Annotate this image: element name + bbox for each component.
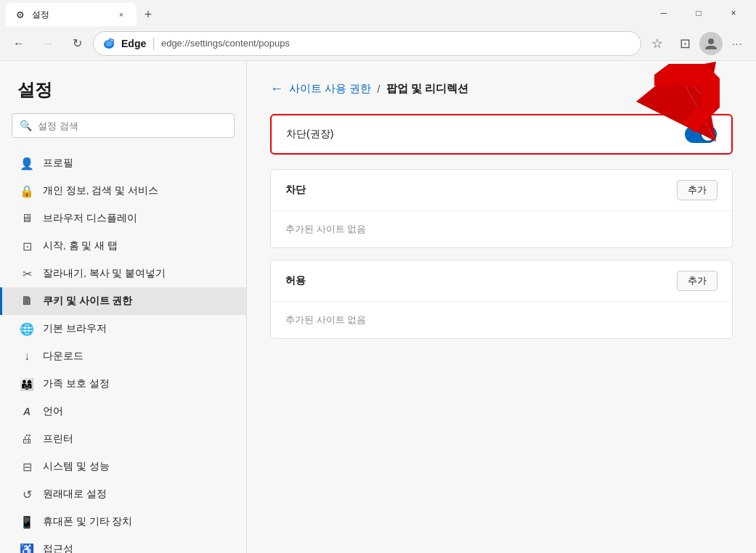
sidebar-title: 설정 [0,78,246,113]
svg-point-1 [105,41,113,46]
language-icon: A [20,404,34,419]
active-tab[interactable]: ⚙ 설정 × [6,3,137,26]
close-button[interactable]: × [717,1,750,25]
allow-section-title: 허용 [285,274,306,287]
toggle-track [685,126,717,143]
toggle-thumb [702,128,715,141]
sidebar-item-printer[interactable]: 🖨 프린터 [0,425,246,453]
allow-section-card: 허용 추가 추가된 사이트 없음 [270,260,733,339]
sidebar-item-label: 시작, 홈 및 새 탭 [43,239,118,253]
window-controls: ─ □ × [647,1,750,25]
system-icon: ⊟ [20,459,34,474]
sidebar-item-label: 원래대로 설정 [43,488,107,501]
content-area: ← 사이트 사용 권한 / 팝업 및 리디렉션 차단(권장) 차단 추가 추가된… [247,61,756,553]
sidebar: 설정 🔍 👤 프로필 🔒 개인 정보, 검색 및 서비스 🖥 브라우저 디스플레… [0,61,247,553]
sidebar-item-privacy[interactable]: 🔒 개인 정보, 검색 및 서비스 [0,177,246,205]
address-url: edge://settings/content/popups [161,38,632,49]
sidebar-item-defaultbrowser[interactable]: 🌐 기본 브라우저 [0,315,246,343]
address-bar[interactable]: Edge | edge://settings/content/popups [93,31,641,56]
block-add-button[interactable]: 추가 [677,180,718,200]
svg-point-2 [708,38,714,44]
sidebar-item-label: 기본 브라우저 [43,322,107,335]
sidebar-item-downloads[interactable]: ↓ 다운로드 [0,343,246,370]
breadcrumb-separator: / [377,83,380,95]
display-icon: 🖥 [20,211,34,226]
cookies-icon: 🗎 [20,294,34,308]
tab-icon: ⚙ [15,9,26,20]
search-box[interactable]: 🔍 [12,113,235,138]
sidebar-item-label: 프린터 [43,433,73,446]
mobile-icon: 📱 [20,515,34,529]
search-icon: 🔍 [20,120,32,131]
allow-add-button[interactable]: 추가 [677,271,718,291]
sidebar-item-newtab[interactable]: ⊡ 시작, 홈 및 새 탭 [0,232,246,260]
breadcrumb-back-button[interactable]: ← [270,81,283,97]
sidebar-item-label: 시스템 및 성능 [43,460,110,473]
browser-icon: 🌐 [20,321,34,336]
sidebar-item-appearance[interactable]: 🖥 브라우저 디스플레이 [0,205,246,232]
sidebar-item-clipboard[interactable]: ✂ 잘라내기, 복사 및 붙여넣기 [0,260,246,287]
toggle-label: 차단(권장) [286,128,333,141]
block-section-header: 차단 추가 [271,170,732,211]
printer-icon: 🖨 [20,432,34,446]
block-recommended-toggle-card: 차단(권장) [270,114,733,155]
sidebar-item-label: 브라우저 디스플레이 [43,212,137,225]
block-empty-label: 추가된 사이트 없음 [271,211,732,247]
tab-area: ⚙ 설정 × + [6,0,647,26]
block-section-title: 차단 [285,184,306,197]
sidebar-item-label: 언어 [43,405,63,418]
clipboard-icon: ✂ [20,266,34,281]
download-icon: ↓ [20,349,34,364]
favorites-icon[interactable]: ☆ [644,30,670,57]
profile-button[interactable] [699,32,723,55]
sidebar-item-profile[interactable]: 👤 프로필 [0,149,246,177]
breadcrumb: ← 사이트 사용 권한 / 팝업 및 리디렉션 [270,81,733,97]
more-menu-button[interactable]: ··· [724,30,750,57]
refresh-button[interactable]: ↻ [64,30,90,57]
forward-button[interactable]: → [35,30,61,57]
sidebar-item-label: 가족 보호 설정 [43,377,110,390]
reset-icon: ↺ [20,487,34,501]
lock-icon: 🔒 [20,184,34,198]
breadcrumb-link[interactable]: 사이트 사용 권한 [289,82,371,96]
sidebar-item-accessibility[interactable]: ♿ 접근성 [0,536,246,553]
sidebar-item-label: 다운로드 [43,350,84,363]
breadcrumb-current: 팝업 및 리디렉션 [386,82,468,96]
sidebar-item-label: 개인 정보, 검색 및 서비스 [43,184,158,197]
sidebar-item-language[interactable]: A 언어 [0,398,246,425]
allow-section-header: 허용 추가 [271,261,732,302]
sidebar-nav: 👤 프로필 🔒 개인 정보, 검색 및 서비스 🖥 브라우저 디스플레이 ⊡ 시… [0,149,246,553]
tab-title: 설정 [32,9,109,21]
profile-icon: 👤 [20,156,34,171]
address-separator: | [152,36,155,51]
sidebar-item-family[interactable]: 👨‍👩‍👧 가족 보호 설정 [0,370,246,398]
sidebar-item-label: 접근성 [43,543,73,553]
title-bar: ⚙ 설정 × + ─ □ × [0,0,756,26]
address-brand: Edge [121,38,146,49]
nav-right-buttons: ☆ ⊡ ··· [644,30,750,57]
maximize-button[interactable]: □ [682,1,715,25]
sidebar-item-system[interactable]: ⊟ 시스템 및 성능 [0,453,246,480]
search-input[interactable] [38,120,227,131]
sidebar-item-cookies[interactable]: 🗎 쿠키 및 사이트 권한 [0,287,246,315]
family-icon: 👨‍👩‍👧 [20,377,34,391]
back-button[interactable]: ← [6,30,32,57]
sidebar-item-label: 잘라내기, 복사 및 붙여넣기 [43,267,166,280]
navigation-bar: ← → ↻ Edge | edge://settings/content/pop… [0,26,756,61]
sidebar-item-label: 휴대폰 및 기타 장치 [43,515,132,528]
block-toggle-switch[interactable] [685,126,717,143]
sidebar-item-reset[interactable]: ↺ 원래대로 설정 [0,480,246,508]
minimize-button[interactable]: ─ [647,1,680,25]
main-layout: 설정 🔍 👤 프로필 🔒 개인 정보, 검색 및 서비스 🖥 브라우저 디스플레… [0,61,756,553]
accessibility-icon: ♿ [20,542,34,553]
new-tab-button[interactable]: + [137,3,160,26]
newtab-icon: ⊡ [20,239,34,253]
sidebar-item-mobile[interactable]: 📱 휴대폰 및 기타 장치 [0,508,246,536]
allow-empty-label: 추가된 사이트 없음 [271,302,732,338]
edge-logo-icon [102,37,115,50]
collections-icon[interactable]: ⊡ [672,30,698,57]
tab-close-button[interactable]: × [115,8,128,21]
sidebar-item-label: 프로필 [43,157,73,170]
block-section-card: 차단 추가 추가된 사이트 없음 [270,169,733,248]
sidebar-item-label: 쿠키 및 사이트 권한 [43,295,132,308]
